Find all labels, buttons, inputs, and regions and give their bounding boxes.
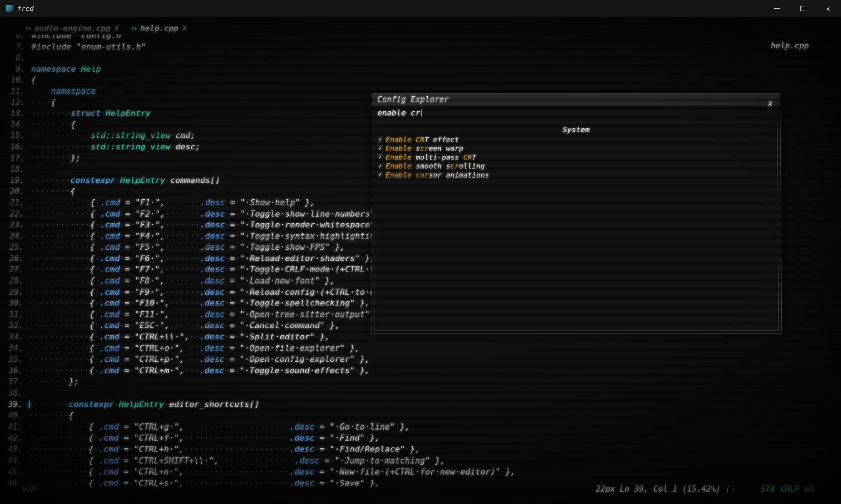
tab-audio-engine.cpp[interactable]: C+audio-engine.cppX: [25, 24, 118, 33]
code-text: ············{·.cmd·=·"F2·",·······.desc·…: [30, 209, 390, 218]
line-number: 24.: [3, 231, 30, 242]
line-number: 21.: [4, 197, 30, 209]
maximize-button[interactable]: [790, 0, 815, 17]
code-line[interactable]: 10.{: [5, 74, 839, 85]
code-text: ············{·.cmd·=·"CTRL+m·",···.desc·…: [29, 366, 370, 375]
checkbox-checked-icon: √: [377, 145, 383, 151]
code-text: ············{·.cmd·=·"F3·",·······.desc·…: [30, 220, 390, 229]
code-line[interactable]: 38.: [2, 387, 841, 399]
code-text: ········constexpr·HelpEntry·editor_short…: [29, 400, 260, 409]
line-number: 27.: [3, 264, 29, 276]
minimize-button[interactable]: [764, 0, 790, 17]
code-text: ············{·.cmd·=·"CTRL+p·",···.desc·…: [29, 354, 370, 364]
code-line[interactable]: 45.············{·.cmd·=·"CTRL+n·",······…: [2, 466, 841, 478]
code-line[interactable]: 9.namespace·Help: [5, 63, 838, 74]
crlf-indicator: CRLF: [780, 484, 799, 493]
close-button[interactable]: ✕: [815, 0, 841, 17]
line-number: 41.: [2, 421, 29, 433]
status-flags: STX CRLF WS: [761, 484, 815, 493]
code-line[interactable]: 6.#include·"config.h": [5, 35, 838, 41]
config-option[interactable]: √Enable CRT effect: [377, 135, 777, 144]
code-text: ········{: [30, 186, 75, 196]
stx-indicator: STX: [761, 484, 775, 493]
code-text: ····namespace: [31, 86, 96, 96]
config-section-header: System: [375, 125, 777, 134]
line-number: 32.: [3, 320, 29, 332]
code-line[interactable]: 8.: [5, 52, 838, 63]
text-cursor: [421, 109, 422, 117]
config-option[interactable]: √Enable cursor animations: [377, 171, 778, 179]
code-line[interactable]: 34.············{·.cmd·=·"CTRL+o·",···.de…: [3, 343, 841, 354]
code-text: #include·"enum-utils.h": [31, 42, 146, 51]
line-number: 10.: [5, 75, 31, 86]
code-line[interactable]: 41.············{·.cmd·=·"CTRL+g·",······…: [2, 421, 841, 432]
code-line[interactable]: 42.············{·.cmd·=·"CTRL+f·",······…: [2, 432, 841, 444]
tab-close-button[interactable]: X: [183, 25, 186, 32]
line-number: 35.: [2, 354, 29, 365]
code-text: ············{·.cmd·=·"F11·",······.desc·…: [29, 309, 385, 319]
code-line[interactable]: 35.············{·.cmd·=·"CTRL+p·",···.de…: [2, 353, 841, 365]
line-number: 45.: [2, 467, 28, 478]
editor-screen: C+audio-engine.cppXC+help.cppX help.cpp …: [0, 17, 841, 504]
config-option-label: Enable cursor animations: [386, 171, 489, 179]
crt-warped-content: C+audio-engine.cppXC+help.cppX help.cpp …: [0, 17, 841, 504]
line-number: 19.: [4, 175, 30, 186]
config-option-label: Enable CRT effect: [386, 135, 459, 144]
window-titlebar[interactable]: fred ✕: [0, 0, 841, 17]
line-number: 13.: [5, 108, 31, 119]
line-number: 44.: [2, 455, 28, 467]
line-number: 6.: [5, 35, 31, 41]
line-number: 17.: [4, 153, 31, 164]
code-line[interactable]: 7.#include·"enum-utils.h": [5, 41, 838, 52]
config-option[interactable]: √Enable screen warp: [377, 144, 777, 153]
tab-help.cpp[interactable]: C+help.cppX: [131, 24, 186, 33]
line-number: 28.: [3, 275, 29, 287]
tab-close-button[interactable]: X: [115, 25, 118, 32]
code-text: ············{·.cmd·=·"CTRL+o·",···.desc·…: [29, 343, 360, 353]
code-text: ············{·.cmd·=·"F1·",·······.desc·…: [30, 198, 315, 207]
maximize-icon: [800, 6, 805, 11]
tab-bar: C+audio-engine.cppXC+help.cppX: [25, 24, 186, 33]
code-text: #include·"config.h": [31, 35, 126, 40]
ws-indicator: WS: [805, 484, 815, 493]
config-explorer-titlebar[interactable]: Config Explorer: [372, 94, 780, 106]
line-number: 40.: [2, 410, 29, 421]
code-text: ············std::string_view·cmd;: [31, 131, 195, 140]
code-text: ············{·.cmd·=·"CTRL+n·",·········…: [28, 467, 515, 476]
config-explorer-close-button[interactable]: X: [768, 100, 773, 108]
line-number: 26.: [3, 253, 30, 264]
checkbox-checked-icon: √: [377, 172, 383, 178]
line-number: 14.: [5, 119, 31, 130]
code-text: ········{: [29, 410, 74, 420]
code-text: ········struct·HelpEntry: [31, 109, 151, 118]
code-line[interactable]: 40.········{: [2, 410, 841, 421]
code-text: ····{: [31, 97, 56, 107]
minimize-icon: [774, 8, 780, 9]
line-number: 23.: [3, 220, 30, 231]
window-title: fred: [17, 5, 34, 12]
line-number: 33.: [3, 332, 29, 343]
code-text: ············{·.cmd·=·"F6·",·······.desc·…: [30, 254, 375, 263]
code-text: ········};: [31, 153, 81, 163]
tab-label: help.cpp: [140, 24, 178, 33]
code-text: ········constexpr·HelpEntry·commands[]: [30, 175, 220, 185]
code-line[interactable]: 43.············{·.cmd·=·"CTRL+h·",······…: [2, 444, 841, 455]
code-line[interactable]: 44.············{·.cmd·=·"CTRL+SHIFT+\\·"…: [2, 455, 841, 466]
line-number: 30.: [3, 298, 29, 309]
config-option-label: Enable smooth scrolling: [386, 162, 485, 170]
line-number: 22.: [4, 208, 30, 220]
code-line[interactable]: 36.············{·.cmd·=·"CTRL+m·",···.de…: [2, 365, 841, 376]
line-number: 20.: [4, 186, 30, 197]
config-option[interactable]: √Enable multi-pass CRT: [377, 153, 777, 161]
code-line[interactable]: 37.········};: [2, 376, 841, 387]
vim-mode-indicator: VIM: [22, 484, 36, 493]
code-line[interactable]: 39.········constexpr·HelpEntry·editor_sh…: [2, 398, 841, 410]
config-option[interactable]: √Enable smooth scrolling: [377, 162, 777, 171]
config-search-input[interactable]: enable cr: [372, 106, 780, 121]
config-options: √Enable CRT effect√Enable screen warp√En…: [375, 135, 778, 179]
line-number: 12.: [5, 97, 31, 108]
code-text: ············{·.cmd·=·"F5·",·······.desc·…: [30, 242, 345, 252]
code-text: ············{·.cmd·=·"CTRL+SHIFT+\\·",··…: [28, 456, 445, 465]
status-right-cluster: 22px Ln 39, Col 1 (15.42%) STX CRLF WS: [596, 484, 815, 493]
line-number: 31.: [3, 309, 29, 320]
